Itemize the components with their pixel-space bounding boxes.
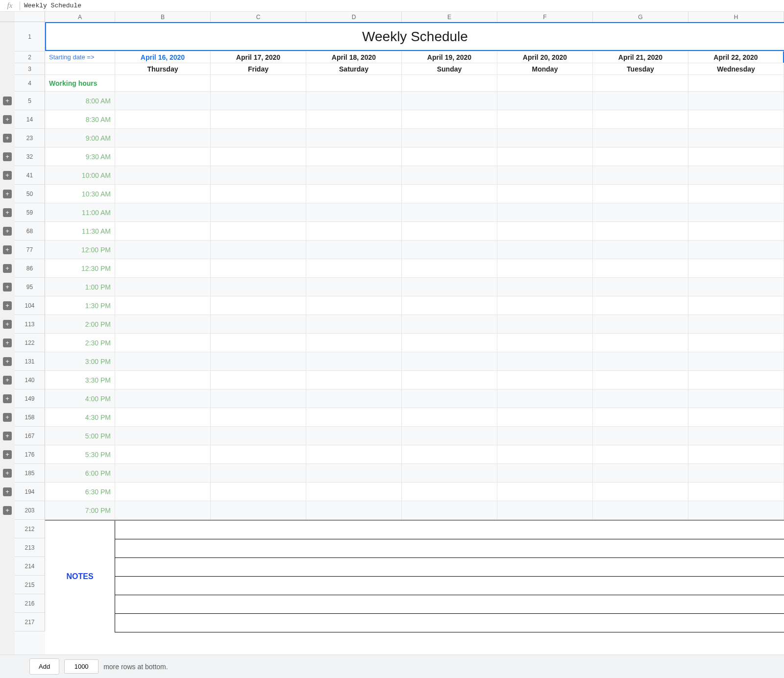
row-header-149[interactable]: 149 — [15, 389, 45, 408]
schedule-cell[interactable] — [593, 352, 688, 370]
schedule-cell[interactable] — [211, 259, 306, 277]
schedule-cell[interactable] — [211, 445, 306, 463]
schedule-cell[interactable] — [211, 408, 306, 426]
schedule-cell[interactable] — [402, 464, 497, 482]
schedule-cell[interactable] — [306, 315, 402, 333]
schedule-cell[interactable] — [211, 278, 306, 296]
row-header-214[interactable]: 214 — [15, 557, 45, 576]
schedule-cell[interactable] — [593, 75, 688, 91]
column-header-E[interactable]: E — [402, 12, 497, 22]
starting-date-label[interactable]: Starting date => — [45, 51, 115, 63]
row-header-3[interactable]: 3 — [15, 63, 45, 75]
row-header-217[interactable]: 217 — [15, 613, 45, 631]
schedule-cell[interactable] — [115, 315, 211, 333]
schedule-cell[interactable] — [497, 147, 593, 166]
date-cell[interactable]: April 21, 2020 — [593, 51, 688, 63]
row-header-77[interactable]: 77 — [15, 241, 45, 259]
time-label[interactable]: 11:00 AM — [45, 203, 115, 221]
day-name-cell[interactable]: Sunday — [402, 63, 497, 74]
schedule-cell[interactable] — [688, 241, 784, 259]
schedule-cell[interactable] — [593, 110, 688, 128]
schedule-cell[interactable] — [688, 334, 784, 352]
row-header-86[interactable]: 86 — [15, 259, 45, 278]
expand-group-icon[interactable]: + — [3, 450, 12, 459]
notes-line[interactable] — [115, 539, 784, 558]
schedule-cell[interactable] — [115, 464, 211, 482]
day-name-cell[interactable]: Friday — [211, 63, 306, 74]
schedule-cell[interactable] — [497, 92, 593, 110]
schedule-cell[interactable] — [497, 315, 593, 333]
schedule-cell[interactable] — [115, 501, 211, 519]
schedule-cell[interactable] — [497, 185, 593, 203]
column-header-G[interactable]: G — [593, 12, 688, 22]
schedule-cell[interactable] — [497, 129, 593, 147]
spreadsheet-grid[interactable]: ABCDEFGH Weekly ScheduleStarting date =>… — [45, 12, 784, 654]
expand-group-icon[interactable]: + — [3, 171, 12, 180]
schedule-cell[interactable] — [497, 166, 593, 184]
schedule-cell[interactable] — [688, 92, 784, 110]
schedule-cell[interactable] — [593, 92, 688, 110]
schedule-cell[interactable] — [211, 129, 306, 147]
schedule-cell[interactable] — [211, 352, 306, 370]
row-header-140[interactable]: 140 — [15, 371, 45, 389]
schedule-cell[interactable] — [115, 483, 211, 501]
schedule-cell[interactable] — [211, 110, 306, 128]
schedule-cell[interactable] — [593, 203, 688, 221]
schedule-cell[interactable] — [402, 278, 497, 296]
schedule-cell[interactable] — [497, 241, 593, 259]
schedule-cell[interactable] — [593, 185, 688, 203]
schedule-cell[interactable] — [115, 241, 211, 259]
row-header-158[interactable]: 158 — [15, 408, 45, 427]
schedule-cell[interactable] — [306, 483, 402, 501]
row-header-215[interactable]: 215 — [15, 576, 45, 594]
schedule-cell[interactable] — [497, 222, 593, 240]
schedule-cell[interactable] — [593, 278, 688, 296]
schedule-cell[interactable] — [306, 259, 402, 277]
time-label[interactable]: 2:00 PM — [45, 315, 115, 333]
sheet-title-cell[interactable]: Weekly Schedule — [45, 22, 784, 51]
schedule-cell[interactable] — [306, 371, 402, 389]
schedule-cell[interactable] — [402, 203, 497, 221]
schedule-cell[interactable] — [211, 222, 306, 240]
schedule-cell[interactable] — [688, 110, 784, 128]
schedule-cell[interactable] — [306, 464, 402, 482]
schedule-cell[interactable] — [497, 334, 593, 352]
schedule-cell[interactable] — [115, 166, 211, 184]
notes-line[interactable] — [115, 577, 784, 595]
row-header-194[interactable]: 194 — [15, 483, 45, 501]
schedule-cell[interactable] — [593, 166, 688, 184]
working-hours-label[interactable]: Working hours — [45, 75, 115, 91]
schedule-cell[interactable] — [402, 501, 497, 519]
time-label[interactable]: 2:30 PM — [45, 334, 115, 352]
schedule-cell[interactable] — [688, 129, 784, 147]
date-cell[interactable]: April 18, 2020 — [306, 51, 402, 63]
schedule-cell[interactable] — [402, 296, 497, 315]
schedule-cell[interactable] — [497, 483, 593, 501]
time-label[interactable]: 4:30 PM — [45, 408, 115, 426]
schedule-cell[interactable] — [593, 296, 688, 315]
schedule-cell[interactable] — [211, 464, 306, 482]
time-label[interactable]: 3:30 PM — [45, 371, 115, 389]
schedule-cell[interactable] — [211, 75, 306, 91]
expand-group-icon[interactable]: + — [3, 357, 12, 366]
schedule-cell[interactable] — [402, 315, 497, 333]
schedule-cell[interactable] — [211, 315, 306, 333]
day-name-cell[interactable]: Tuesday — [593, 63, 688, 74]
schedule-cell[interactable] — [402, 147, 497, 166]
expand-group-icon[interactable]: + — [3, 506, 12, 515]
date-cell[interactable]: April 16, 2020 — [115, 51, 211, 63]
notes-line[interactable] — [115, 595, 784, 614]
schedule-cell[interactable] — [688, 203, 784, 221]
schedule-cell[interactable] — [593, 445, 688, 463]
schedule-cell[interactable] — [688, 389, 784, 408]
schedule-cell[interactable] — [688, 166, 784, 184]
schedule-cell[interactable] — [306, 166, 402, 184]
row-header-212[interactable]: 212 — [15, 520, 45, 538]
day-name-cell[interactable]: Wednesday — [688, 63, 784, 74]
schedule-cell[interactable] — [688, 464, 784, 482]
column-header-H[interactable]: H — [688, 12, 784, 22]
schedule-cell[interactable] — [593, 408, 688, 426]
schedule-cell[interactable] — [593, 259, 688, 277]
time-label[interactable]: 9:30 AM — [45, 147, 115, 166]
expand-group-icon[interactable]: + — [3, 152, 12, 161]
